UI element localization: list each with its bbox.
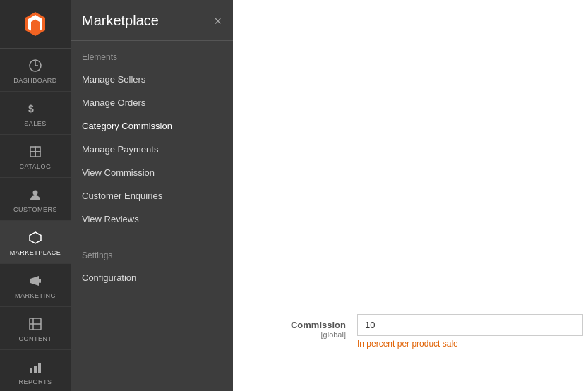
sidebar-item-dashboard[interactable]: Dashboard: [0, 49, 71, 92]
sidebar-item-content[interactable]: Content: [0, 307, 71, 350]
sidebar-item-catalog-label: Catalog: [19, 163, 51, 170]
sidebar-item-catalog[interactable]: Catalog: [0, 135, 71, 178]
sidebar-item-reports-label: Reports: [19, 378, 52, 385]
menu-item-view-reviews[interactable]: View Reviews: [71, 207, 233, 231]
panel-title: Marketplace: [82, 13, 159, 29]
panel-section-settings-title: Settings: [71, 239, 233, 266]
svg-rect-5: [30, 147, 35, 152]
sidebar-item-customers[interactable]: Customers: [0, 178, 71, 221]
sidebar-item-dashboard-label: Dashboard: [13, 77, 57, 84]
sidebar: Dashboard $ Sales Catalog Custome: [0, 0, 71, 391]
menu-item-view-commission[interactable]: View Commission: [71, 161, 233, 184]
menu-item-customer-enquiries[interactable]: Customer Enquiries: [71, 184, 233, 207]
sidebar-item-reports[interactable]: Reports: [0, 350, 71, 391]
sidebar-item-marketing[interactable]: Marketing: [0, 264, 71, 307]
svg-marker-10: [30, 232, 41, 243]
catalog-icon: [27, 143, 44, 160]
svg-text:$: $: [28, 103, 34, 114]
customers-icon: [27, 186, 44, 203]
panel-header: Marketplace ×: [71, 0, 233, 41]
menu-item-manage-payments[interactable]: Manage Payments: [71, 138, 233, 161]
menu-item-category-commission[interactable]: Category Commission: [71, 114, 233, 138]
svg-point-9: [33, 191, 38, 196]
commission-hint-prefix: In percent: [357, 339, 397, 349]
menu-item-manage-sellers[interactable]: Manage Sellers: [71, 68, 233, 91]
svg-rect-8: [35, 152, 40, 157]
menu-item-manage-orders[interactable]: Manage Orders: [71, 91, 233, 114]
sales-icon: $: [27, 100, 44, 117]
sidebar-item-marketplace-label: Marketplace: [10, 249, 61, 256]
sidebar-item-sales-label: Sales: [24, 120, 47, 127]
commission-sub-label: [global]: [275, 330, 346, 339]
commission-hint-highlight: per product sale: [397, 339, 458, 349]
marketplace-panel: Marketplace × Elements Manage Sellers Ma…: [71, 0, 233, 391]
sidebar-item-marketplace[interactable]: Marketplace: [0, 221, 71, 264]
svg-rect-16: [34, 366, 37, 373]
sidebar-item-customers-label: Customers: [13, 206, 57, 213]
panel-close-button[interactable]: ×: [214, 15, 222, 28]
sidebar-logo: [0, 0, 71, 49]
commission-label: Commission [global]: [275, 314, 346, 339]
menu-item-configuration[interactable]: Configuration: [71, 266, 233, 289]
magento-logo-icon: [21, 10, 49, 38]
marketing-icon: [27, 272, 44, 289]
svg-rect-7: [30, 152, 35, 157]
svg-rect-15: [30, 368, 32, 373]
svg-rect-11: [39, 279, 41, 283]
main-content: Commission [global] In percent per produ…: [233, 0, 588, 391]
sidebar-item-content-label: Content: [19, 335, 52, 342]
sidebar-item-sales[interactable]: $ Sales: [0, 92, 71, 135]
commission-input[interactable]: [357, 314, 583, 336]
commission-hint: In percent per product sale: [357, 339, 583, 349]
commission-label-text: Commission: [291, 320, 346, 330]
reports-icon: [27, 359, 44, 375]
svg-rect-6: [35, 147, 40, 152]
dashboard-icon: [27, 57, 44, 74]
svg-rect-17: [38, 363, 41, 373]
commission-input-wrap: In percent per product sale: [357, 314, 583, 349]
marketplace-icon: [27, 229, 44, 246]
sidebar-item-marketing-label: Marketing: [15, 292, 56, 299]
commission-form-row: Commission [global] In percent per produ…: [275, 314, 583, 349]
panel-section-elements-title: Elements: [71, 41, 233, 68]
content-icon: [27, 315, 44, 332]
